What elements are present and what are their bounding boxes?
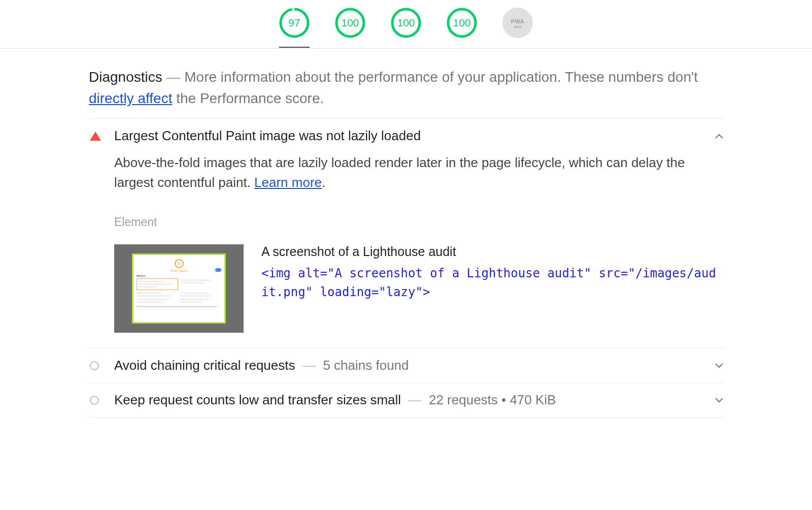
score-seo[interactable]: 100 [447, 8, 477, 38]
score-gauge-2: 100 [391, 8, 421, 38]
score-gauge-0: 97 [279, 8, 310, 38]
svg-point-5 [392, 9, 420, 37]
pwa-label: PWA [511, 18, 525, 24]
element-row: 73 Performance Metrics [114, 244, 723, 333]
element-caption: A screenshot of a Lighthouse audit [261, 244, 723, 259]
svg-point-7 [448, 9, 476, 37]
audit-title-1: Avoid chaining critical requests — 5 cha… [114, 358, 703, 373]
audit-lcp-lazy: Largest Contentful Paint image was not l… [89, 119, 723, 348]
audit-toggle-1[interactable]: Avoid chaining critical requests — 5 cha… [89, 348, 723, 382]
score-best-practices[interactable]: 100 [391, 8, 421, 38]
svg-point-1 [281, 9, 308, 37]
diagnostics-desc-after: the Performance score. [172, 90, 324, 106]
circle-info-icon [90, 361, 99, 370]
diagnostics-desc-before: More information about the performance o… [184, 69, 698, 85]
audit-toggle-0[interactable]: Largest Contentful Paint image was not l… [89, 119, 723, 153]
element-code-snippet: <img alt="A screenshot of a Lighthouse a… [261, 264, 723, 302]
score-accessibility[interactable]: 100 [335, 8, 365, 38]
audit-description-0: Above-the-fold images that are lazily lo… [114, 153, 723, 193]
learn-more-link[interactable]: Learn more [254, 175, 322, 190]
audit-body-0: Above-the-fold images that are lazily lo… [89, 153, 723, 348]
element-info: A screenshot of a Lighthouse audit <img … [261, 244, 723, 302]
chevron-up-icon [703, 131, 723, 141]
svg-point-3 [336, 9, 364, 37]
element-thumbnail[interactable]: 73 Performance Metrics [114, 244, 244, 333]
triangle-warning-icon [90, 132, 101, 141]
element-section-label: Element [114, 215, 723, 229]
audit-title-2: Keep request counts low and transfer siz… [114, 392, 703, 408]
diagnostics-header: Diagnostics — More information about the… [89, 67, 723, 119]
score-pwa[interactable]: PWA [502, 8, 533, 38]
audit-title-0: Largest Contentful Paint image was not l… [114, 128, 703, 144]
pwa-badge-icon: PWA [502, 8, 533, 38]
content: Diagnostics — More information about the… [89, 49, 723, 418]
diagnostics-title: Diagnostics [89, 69, 162, 85]
audit-request-counts: Keep request counts low and transfer siz… [89, 383, 723, 418]
audit-chain-requests: Avoid chaining critical requests — 5 cha… [89, 348, 723, 383]
score-performance[interactable]: 97 [279, 8, 310, 48]
pwa-bar-icon [514, 26, 522, 28]
score-gauge-1: 100 [335, 8, 365, 38]
diagnostics-link[interactable]: directly affect [89, 90, 172, 106]
chevron-down-icon [703, 360, 723, 371]
score-gauge-3: 100 [447, 8, 477, 38]
score-header: 97 100 100 100 PWA [0, 0, 812, 49]
circle-info-icon [90, 396, 99, 405]
chevron-down-icon [703, 395, 723, 405]
audit-toggle-2[interactable]: Keep request counts low and transfer siz… [89, 383, 723, 417]
